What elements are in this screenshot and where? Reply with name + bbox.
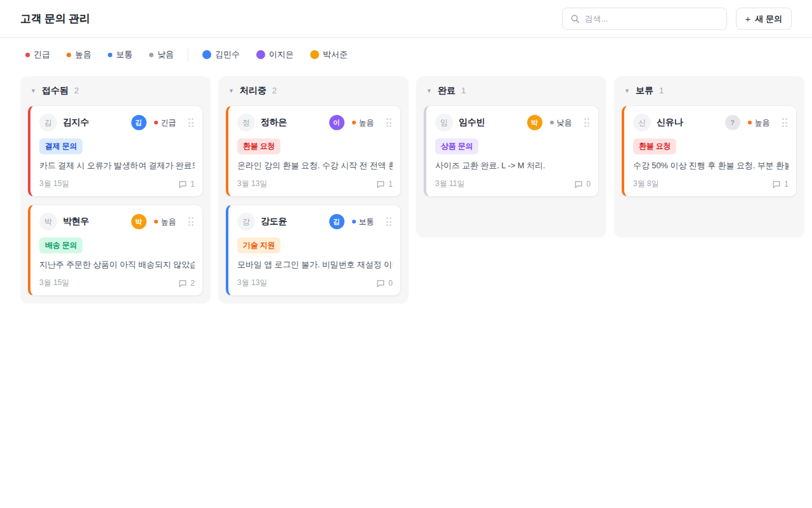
collapse-arrow-icon[interactable]: ▼ bbox=[30, 88, 36, 94]
category-tag: 환불 요청 bbox=[237, 138, 280, 154]
column-title: 완료 bbox=[438, 85, 455, 97]
legend-item: 높음 bbox=[67, 49, 91, 60]
comments-indicator: 0 bbox=[574, 180, 591, 189]
card-footer: 3월 11일 0 bbox=[435, 178, 591, 189]
priority-indicator: 높음 bbox=[154, 217, 176, 227]
customer-name: 박현우 bbox=[63, 216, 126, 227]
customer-avatar: 정 bbox=[237, 114, 255, 131]
card-footer: 3월 8일 1 bbox=[633, 178, 789, 189]
legend-label: 박서준 bbox=[323, 49, 348, 60]
priority-indicator: 낮음 bbox=[550, 117, 572, 128]
inquiry-description: 모바일 앱 로그인 불가. 비밀번호 재설정 이메일도 … bbox=[237, 259, 393, 271]
card-date: 3월 8일 bbox=[633, 178, 659, 189]
header-actions: + 새 문의 bbox=[562, 8, 792, 30]
comment-icon bbox=[178, 180, 187, 189]
column-cards: 김 김지수 김 긴급 결제 문의 카드 결제 시 오류가 발생하여 결제가 완료… bbox=[28, 105, 203, 296]
card-header-row: 박 박현우 박 높음 bbox=[39, 213, 195, 231]
priority-indicator: 보통 bbox=[352, 217, 374, 227]
inquiry-card[interactable]: 김 김지수 김 긴급 결제 문의 카드 결제 시 오류가 발생하여 결제가 완료… bbox=[28, 105, 203, 197]
assignee-badge: 김 bbox=[131, 115, 147, 130]
comments-indicator: 1 bbox=[376, 180, 393, 189]
inquiry-card[interactable]: 신 신유나 ? 높음 환불 요청 수강 50% 이상 진행 후 환불 요청. 부… bbox=[622, 105, 797, 197]
collapse-arrow-icon[interactable]: ▼ bbox=[426, 88, 432, 94]
customer-name: 정하은 bbox=[261, 117, 324, 128]
inquiry-card[interactable]: 임 임수빈 박 낮음 상품 문의 사이즈 교환 완료. L -> M 처리. 3… bbox=[424, 105, 599, 197]
inquiry-card[interactable]: 강 강도윤 김 보통 기술 지원 모바일 앱 로그인 불가. 비밀번호 재설정 … bbox=[226, 204, 401, 296]
legend-dot bbox=[67, 53, 71, 57]
plus-icon: + bbox=[745, 14, 751, 23]
legend-dot bbox=[149, 53, 154, 57]
legend-item: 박서준 bbox=[310, 49, 348, 60]
legend-dot bbox=[256, 50, 265, 59]
column-count: 1 bbox=[659, 86, 664, 95]
comment-count: 2 bbox=[190, 279, 195, 288]
card-date: 3월 11일 bbox=[435, 178, 464, 189]
comment-icon bbox=[178, 279, 187, 288]
drag-handle-icon[interactable] bbox=[187, 216, 195, 227]
card-header-row: 정 정하은 이 높음 bbox=[237, 114, 393, 131]
legend-item: 보통 bbox=[108, 49, 133, 60]
drag-handle-icon[interactable] bbox=[385, 117, 393, 128]
column-cards: 임 임수빈 박 낮음 상품 문의 사이즈 교환 완료. L -> M 처리. 3… bbox=[424, 105, 599, 230]
card-footer: 3월 13일 0 bbox=[237, 277, 393, 288]
comments-indicator: 2 bbox=[178, 279, 195, 288]
comment-count: 0 bbox=[388, 279, 393, 288]
card-header-row: 강 강도윤 김 보통 bbox=[237, 213, 393, 231]
category-tag: 상품 문의 bbox=[435, 138, 478, 154]
priority-label: 높음 bbox=[161, 217, 176, 227]
column-title: 보류 bbox=[636, 85, 653, 97]
legend-label: 김민수 bbox=[215, 49, 240, 60]
assignee-badge: 이 bbox=[329, 115, 344, 130]
priority-label: 보통 bbox=[359, 217, 374, 227]
priority-legend: 긴급 높음 보통 낮음 bbox=[25, 49, 174, 60]
inquiry-description: 카드 결제 시 오류가 발생하여 결제가 완료되지 않… bbox=[39, 160, 195, 171]
legend-label: 긴급 bbox=[34, 49, 50, 60]
priority-dot bbox=[550, 121, 554, 124]
legend-item: 낮음 bbox=[149, 49, 174, 60]
priority-indicator: 높음 bbox=[748, 117, 770, 128]
card-date: 3월 13일 bbox=[237, 277, 267, 288]
search-box[interactable] bbox=[562, 8, 727, 30]
comment-icon bbox=[376, 180, 385, 189]
card-footer: 3월 15일 1 bbox=[39, 178, 195, 189]
tag-row: 환불 요청 bbox=[237, 138, 393, 154]
app-header: 고객 문의 관리 + 새 문의 bbox=[0, 0, 812, 38]
priority-label: 낮음 bbox=[557, 117, 572, 128]
customer-avatar: 박 bbox=[39, 213, 57, 231]
card-date: 3월 15일 bbox=[39, 277, 69, 288]
legend-dot bbox=[108, 53, 112, 57]
collapse-arrow-icon[interactable]: ▼ bbox=[228, 88, 234, 94]
assignee-badge: 김 bbox=[329, 214, 344, 229]
collapse-arrow-icon[interactable]: ▼ bbox=[624, 88, 630, 94]
card-header-row: 김 김지수 김 긴급 bbox=[39, 114, 195, 131]
legend-bar: 긴급 높음 보통 낮음 김민수 이지은 박서준 bbox=[0, 38, 812, 71]
customer-avatar: 강 bbox=[237, 213, 255, 231]
customer-name: 임수빈 bbox=[459, 117, 521, 128]
tag-row: 배송 문의 bbox=[39, 237, 195, 253]
assignee-badge: 박 bbox=[527, 115, 542, 130]
comment-count: 1 bbox=[190, 180, 195, 189]
legend-label: 이지은 bbox=[269, 49, 294, 60]
drag-handle-icon[interactable] bbox=[583, 117, 591, 128]
search-icon bbox=[570, 14, 580, 23]
priority-label: 높음 bbox=[359, 117, 374, 128]
column-count: 2 bbox=[74, 86, 79, 95]
customer-avatar: 김 bbox=[39, 114, 57, 131]
card-date: 3월 15일 bbox=[39, 178, 69, 189]
category-tag: 환불 요청 bbox=[633, 138, 676, 154]
drag-handle-icon[interactable] bbox=[385, 216, 393, 227]
comment-count: 1 bbox=[784, 180, 789, 189]
drag-handle-icon[interactable] bbox=[781, 117, 789, 128]
inquiry-card[interactable]: 박 박현우 박 높음 배송 문의 지난주 주문한 상품이 아직 배송되지 않았습… bbox=[28, 204, 203, 296]
category-tag: 기술 지원 bbox=[237, 237, 280, 253]
kanban-column: ▼ 처리중 2 정 정하은 이 높음 환불 요청 온라인 강의 환불 요청. 수… bbox=[218, 76, 409, 304]
inquiry-card[interactable]: 정 정하은 이 높음 환불 요청 온라인 강의 환불 요청. 수강 시작 전 전… bbox=[226, 105, 401, 197]
column-header: ▼ 처리중 2 bbox=[226, 84, 401, 105]
new-inquiry-button[interactable]: + 새 문의 bbox=[736, 8, 792, 30]
drag-handle-icon[interactable] bbox=[187, 117, 195, 128]
search-input[interactable] bbox=[585, 14, 719, 23]
category-tag: 결제 문의 bbox=[39, 138, 82, 154]
card-footer: 3월 13일 1 bbox=[237, 178, 393, 189]
kanban-column: ▼ 접수됨 2 김 김지수 김 긴급 결제 문의 카드 결제 시 오류가 발생하… bbox=[20, 76, 211, 304]
column-cards: 정 정하은 이 높음 환불 요청 온라인 강의 환불 요청. 수강 시작 전 전… bbox=[226, 105, 401, 296]
